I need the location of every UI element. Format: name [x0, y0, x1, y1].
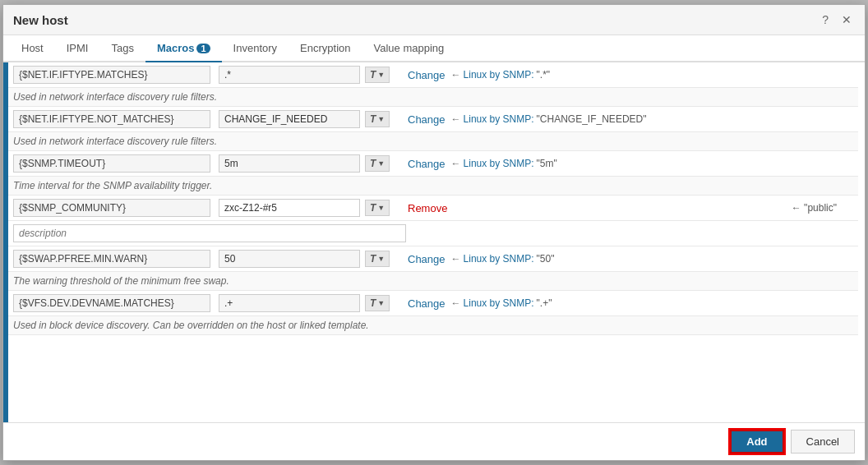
macro-source-value: ".+": [537, 297, 552, 309]
table-row: [8, 221, 858, 246]
macro-source-label: Linux by SNMP:: [464, 113, 534, 125]
change-macro-button[interactable]: Change: [408, 158, 446, 170]
table-row: T▼Remove← "public": [8, 196, 858, 221]
table-row: T▼Change←Linux by SNMP:"50": [8, 246, 858, 272]
macro-description-text: Used in block device discovery. Can be o…: [8, 316, 411, 334]
table-row: Used in network interface discovery rule…: [8, 88, 858, 107]
modal-body: T▼Change←Linux by SNMP:".*"Used in netwo…: [3, 62, 865, 422]
macro-source-value: "CHANGE_IF_NEEDED": [537, 113, 647, 125]
tab-host[interactable]: Host: [10, 35, 55, 62]
modal-header: New host ? ✕: [3, 5, 865, 35]
arrow-icon: ←: [451, 158, 461, 169]
macro-type-selector[interactable]: T▼: [365, 295, 390, 311]
macro-source-label: Linux by SNMP:: [464, 253, 534, 265]
modal-overlay: New host ? ✕ Host IPMI Tags Macros1 Inve…: [0, 0, 868, 465]
arrow-icon: ←: [451, 113, 461, 125]
macro-description-input[interactable]: [13, 224, 406, 242]
arrow-icon: ←: [451, 253, 461, 265]
macro-type-selector[interactable]: T▼: [365, 155, 390, 172]
macro-value-input[interactable]: [219, 110, 360, 128]
macro-description-text: Time interval for the SNMP availability …: [8, 177, 411, 195]
macro-source-value: "5m": [537, 158, 557, 169]
macro-type-selector[interactable]: T▼: [365, 111, 390, 127]
table-row: T▼Change←Linux by SNMP:".+": [8, 291, 858, 316]
macro-value-input[interactable]: [219, 250, 360, 268]
macro-source-label: Linux by SNMP:: [464, 158, 534, 169]
arrow-icon: ←: [451, 297, 461, 309]
modal-header-icons: ? ✕: [819, 12, 855, 28]
macro-description-text: Used in network interface discovery rule…: [8, 132, 411, 150]
macro-type-selector[interactable]: T▼: [365, 251, 390, 267]
macro-name-input[interactable]: [13, 154, 210, 173]
macro-name-input[interactable]: [13, 66, 210, 84]
macro-source-label: Linux by SNMP:: [464, 297, 534, 309]
add-button[interactable]: Add: [730, 430, 783, 453]
macro-value-input[interactable]: [219, 199, 360, 217]
macro-source-value: "50": [537, 253, 555, 265]
macro-name-input[interactable]: [13, 199, 210, 217]
change-macro-button[interactable]: Change: [408, 69, 446, 81]
macro-value-input[interactable]: [219, 154, 360, 173]
new-host-modal: New host ? ✕ Host IPMI Tags Macros1 Inve…: [2, 4, 866, 461]
table-row: T▼Change←Linux by SNMP:"5m": [8, 151, 858, 177]
table-row: Time interval for the SNMP availability …: [8, 177, 858, 196]
close-button[interactable]: ✕: [838, 12, 855, 28]
macro-inherited-value: ← "public": [792, 202, 853, 214]
macro-value-input[interactable]: [219, 294, 360, 312]
tab-inventory[interactable]: Inventory: [222, 35, 289, 62]
table-row: The warning threshold of the minimum fre…: [8, 272, 858, 291]
macro-value-input[interactable]: [219, 66, 360, 84]
macros-container: T▼Change←Linux by SNMP:".*"Used in netwo…: [8, 62, 858, 335]
tab-encryption[interactable]: Encryption: [289, 35, 362, 62]
macro-description-text: Used in network interface discovery rule…: [8, 88, 411, 106]
tab-macros[interactable]: Macros1: [145, 35, 222, 62]
change-macro-button[interactable]: Change: [408, 253, 446, 265]
table-row: Used in network interface discovery rule…: [8, 132, 858, 151]
change-macro-button[interactable]: Change: [408, 113, 446, 126]
macro-name-input[interactable]: [13, 110, 210, 128]
change-macro-button[interactable]: Change: [408, 297, 446, 310]
remove-macro-button[interactable]: Remove: [408, 202, 447, 214]
tabs-row: Host IPMI Tags Macros1 Inventory Encrypt…: [3, 35, 865, 62]
table-row: Used in block device discovery. Can be o…: [8, 316, 858, 335]
cancel-button[interactable]: Cancel: [791, 430, 855, 453]
macro-type-selector[interactable]: T▼: [365, 67, 390, 83]
macro-name-input[interactable]: [13, 250, 210, 268]
help-button[interactable]: ?: [819, 12, 832, 28]
macros-badge: 1: [196, 44, 210, 53]
macro-source-value: ".*": [537, 69, 551, 81]
macro-description-text: The warning threshold of the minimum fre…: [8, 272, 411, 290]
tab-value-mapping[interactable]: Value mapping: [362, 35, 456, 62]
modal-footer: Add Cancel: [3, 422, 865, 460]
tab-ipmi[interactable]: IPMI: [55, 35, 100, 62]
table-row: T▼Change←Linux by SNMP:".*": [8, 62, 858, 88]
table-row: T▼Change←Linux by SNMP:"CHANGE_IF_NEEDED…: [8, 107, 858, 132]
macro-source-label: Linux by SNMP:: [464, 69, 534, 81]
macro-type-selector[interactable]: T▼: [365, 200, 390, 216]
tab-tags[interactable]: Tags: [99, 35, 145, 62]
macro-name-input[interactable]: [13, 294, 210, 312]
arrow-icon: ←: [451, 69, 461, 81]
modal-title: New host: [13, 13, 68, 27]
